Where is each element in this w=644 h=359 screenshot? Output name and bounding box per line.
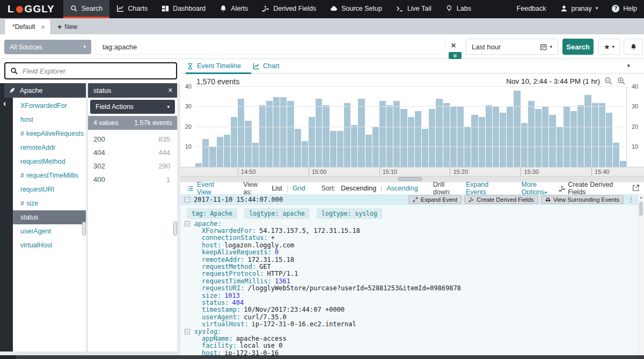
timeline-bar[interactable] [273, 97, 280, 167]
tree-value[interactable]: HTTP/1.1 [267, 270, 298, 277]
collapse-timeline-icon[interactable]: ▾ [627, 62, 630, 69]
tree-key[interactable]: connectionStatus: [202, 234, 268, 241]
timeline-bar[interactable] [231, 117, 237, 167]
sidebar-field-requesturi[interactable]: requestURI [13, 182, 86, 196]
kebab-menu-icon[interactable]: ⋮ [628, 196, 634, 203]
timeline-bar[interactable] [429, 109, 435, 167]
timeline-bar[interactable] [309, 117, 315, 167]
tree-key[interactable]: host: [202, 241, 221, 249]
tree-value[interactable]: logazon.loggly.com [224, 241, 294, 249]
close-tab-icon[interactable]: ✕ [41, 24, 45, 30]
timeline-bar[interactable] [415, 111, 421, 167]
timeline-bar[interactable] [606, 113, 612, 167]
timeline-bar[interactable] [542, 107, 548, 167]
collapse-event-icon[interactable]: − [185, 197, 190, 202]
nav-item-source-setup[interactable]: Source Setup [323, 0, 389, 18]
tree-value[interactable]: 1013 [224, 292, 240, 299]
tree-key[interactable]: requestMethod: [202, 263, 256, 270]
timeline-bar[interactable] [393, 101, 400, 167]
timeline-bar[interactable] [365, 135, 372, 167]
save-search-button[interactable]: ★ ▾ [598, 39, 620, 55]
sidebar-field-keepaliverequests[interactable]: #keepAliveRequests [13, 127, 86, 141]
tree-value[interactable]: + [271, 234, 275, 241]
search-query-input[interactable] [96, 39, 445, 55]
panel-resize-handle[interactable] [173, 222, 177, 236]
view-surrounding-events-button[interactable]: View Surrounding Events [541, 195, 624, 204]
nav-item-live-tail[interactable]: Live Tail [389, 0, 438, 18]
timeline-bar[interactable] [528, 101, 535, 167]
timeline-bar[interactable] [584, 95, 591, 167]
new-tab-button[interactable]: + New [51, 19, 84, 34]
popout-icon[interactable] [632, 184, 640, 193]
sidebar-field-requesttimemillis[interactable]: #requestTimeMillis [13, 168, 86, 182]
timeline-bar[interactable] [564, 107, 570, 167]
tree-value[interactable]: 172.31.15.18 [247, 256, 294, 263]
time-range-picker[interactable]: Last hour ▾ [466, 39, 558, 55]
sort-descending-option[interactable]: Descending [341, 185, 376, 192]
timeline-bar[interactable] [457, 107, 464, 167]
zoom-in-icon[interactable] [617, 77, 626, 85]
timeline-bar[interactable] [266, 101, 273, 167]
timeline-bar[interactable] [450, 107, 457, 167]
timeline-bar[interactable] [557, 127, 563, 167]
expand-event-button[interactable]: Expand Event [408, 195, 462, 204]
timeline-bar[interactable] [202, 139, 209, 167]
tab-event-timeline[interactable]: Event Timeline [187, 59, 241, 73]
tree-value[interactable]: 404 [232, 299, 244, 306]
tree-value[interactable]: 0 [275, 248, 279, 256]
timeline-bar[interactable] [471, 115, 478, 167]
tree-key[interactable]: requestURI: [202, 284, 244, 292]
timeline-bar[interactable] [316, 99, 322, 167]
timeline-bar[interactable] [535, 109, 541, 167]
zoom-out-icon[interactable] [604, 77, 613, 85]
field-value-row[interactable]: 302290 [88, 159, 177, 173]
tree-key[interactable]: XForwardedFor: [202, 227, 256, 235]
sidebar-field-useragent[interactable]: userAgent [13, 224, 86, 238]
nav-item-derived-fields[interactable]: Derived Fields [255, 0, 323, 18]
timeline-bar[interactable] [400, 109, 407, 167]
scroll-up-icon[interactable]: ▲ [638, 195, 644, 199]
timeline-bar[interactable] [259, 105, 266, 167]
timeline-bar[interactable] [217, 137, 223, 167]
timeline-bar[interactable] [209, 147, 216, 167]
timeline-bar[interactable] [521, 123, 528, 167]
timeline-bar[interactable] [195, 163, 202, 167]
tree-key[interactable]: size: [202, 292, 221, 299]
timeline-bar[interactable] [372, 127, 379, 167]
source-selector[interactable]: All Sources ▾ [4, 40, 91, 54]
sidebar-field-xforwardedfor[interactable]: XForwardedFor [13, 99, 86, 113]
timeline-bar[interactable] [280, 97, 287, 167]
timeline-bar[interactable] [570, 111, 577, 167]
sort-ascending-option[interactable]: Ascending [386, 185, 418, 192]
timeline-bar[interactable] [479, 117, 485, 167]
event-tag[interactable]: logtype: syslog [317, 208, 382, 219]
timeline-bar[interactable] [330, 131, 336, 167]
collapse-node-icon[interactable]: − [185, 221, 190, 226]
nav-item-search[interactable]: Search [63, 0, 110, 18]
tree-value[interactable]: 1361 [275, 277, 290, 285]
help-menu[interactable]: ?Help [605, 0, 644, 18]
tree-key[interactable]: appName: [202, 335, 233, 342]
sidebar-field-status[interactable]: status [13, 210, 86, 224]
timeline-bar[interactable] [599, 103, 605, 167]
nav-item-labs[interactable]: Labs [438, 0, 478, 18]
create-derived-fields-button[interactable]: Create Derived Fields [464, 195, 538, 204]
tree-key[interactable]: facility: [202, 342, 237, 349]
tree-key[interactable]: timestamp: [202, 306, 240, 313]
tree-key[interactable]: host: [202, 349, 221, 355]
tree-value[interactable]: GET [259, 263, 271, 270]
timeline-bar[interactable] [500, 113, 506, 167]
close-panel-icon[interactable]: ✕ [168, 87, 173, 94]
create-derived-fields-link[interactable]: Create Derived Fields [559, 181, 624, 196]
tree-key[interactable]: userAgent: [202, 313, 240, 321]
tree-value[interactable]: apache-access [236, 335, 287, 342]
timeline-bar[interactable] [422, 129, 428, 167]
collapse-sidebar-icon[interactable]: ‹ [3, 99, 6, 108]
event-row-header[interactable]: − 2017-11-10 15:44:07.000 Expand EventCr… [180, 194, 638, 205]
tree-value[interactable]: local use 0 [240, 342, 282, 349]
nav-item-alerts[interactable]: Alerts [213, 0, 255, 18]
timeline-bar[interactable] [514, 91, 520, 167]
expand-query-panel-icon[interactable] [449, 52, 462, 59]
field-explorer-input[interactable] [23, 67, 171, 75]
timeline-bar[interactable] [464, 127, 471, 167]
